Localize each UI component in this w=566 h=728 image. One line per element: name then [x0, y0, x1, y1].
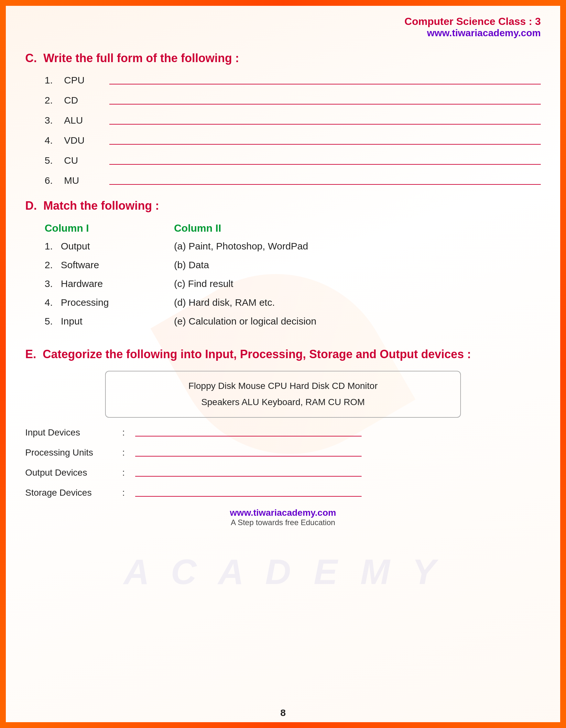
section-d: D. Match the following : Column I 1. Out…	[25, 199, 541, 335]
match-text: (d) Hard disk, RAM etc.	[174, 297, 275, 308]
device-answer-line	[135, 476, 361, 477]
device-answer-line	[135, 456, 361, 457]
list-item: 4. VDU	[45, 135, 541, 146]
item-abbr: CU	[64, 155, 103, 166]
match-num: 3.	[45, 278, 61, 289]
match-item: 2. Software	[45, 259, 174, 270]
device-label-output: Output Devices	[25, 468, 122, 478]
column-one: Column I 1. Output 2. Software 3. Hardwa…	[45, 222, 174, 335]
match-num: 2.	[45, 259, 61, 270]
item-num: 3.	[45, 115, 64, 126]
item-abbr: MU	[64, 175, 103, 186]
main-content: Computer Science Class : 3 www.tiwariaca…	[6, 6, 560, 722]
section-c-list: 1. CPU 2. CD 3. ALU 4. VDU 5. CU	[45, 75, 541, 186]
answer-line	[109, 144, 541, 145]
device-row-input: Input Devices :	[25, 427, 541, 438]
match-item: 3. Hardware	[45, 278, 174, 289]
match-text: Input	[61, 316, 83, 327]
answer-line	[109, 164, 541, 165]
match-text: Output	[61, 241, 90, 252]
match-num: 4.	[45, 297, 61, 308]
section-e-title: Categorize the following into Input, Pro…	[43, 347, 471, 361]
match-text: (e) Calculation or logical decision	[174, 316, 316, 327]
answer-line	[109, 104, 541, 105]
answer-line	[109, 184, 541, 185]
device-colon: :	[122, 488, 135, 498]
page-header: Computer Science Class : 3 www.tiwariaca…	[25, 16, 541, 39]
answer-line	[109, 84, 541, 84]
item-abbr: CPU	[64, 75, 103, 86]
device-label-processing: Processing Units	[25, 447, 122, 458]
border-bottom	[0, 722, 566, 728]
match-text: (a) Paint, Photoshop, WordPad	[174, 241, 308, 252]
match-item: 5. Input	[45, 316, 174, 327]
footer-url: www.tiwariacademy.com	[25, 508, 541, 518]
border-left	[0, 0, 6, 728]
device-label-storage: Storage Devices	[25, 488, 122, 498]
device-colon: :	[122, 447, 135, 458]
col2-header: Column II	[174, 222, 541, 234]
footer-tagline: A Step towards free Education	[25, 518, 541, 527]
item-num: 4.	[45, 135, 64, 146]
match-item: 4. Processing	[45, 297, 174, 308]
list-item: 6. MU	[45, 175, 541, 186]
item-num: 6.	[45, 175, 64, 186]
device-label-input: Input Devices	[25, 427, 122, 438]
border-top	[0, 0, 566, 6]
word-box: Floppy Disk Mouse CPU Hard Disk CD Monit…	[105, 371, 461, 418]
section-c-label: C.	[25, 51, 37, 65]
match-num: 1.	[45, 241, 61, 252]
device-answer-line	[135, 496, 361, 497]
section-d-label: D.	[25, 199, 37, 212]
border-right	[560, 0, 566, 728]
match-item: (d) Hard disk, RAM etc.	[174, 297, 541, 308]
list-item: 1. CPU	[45, 75, 541, 86]
match-text: (c) Find result	[174, 278, 233, 289]
match-item: (a) Paint, Photoshop, WordPad	[174, 241, 541, 252]
device-answer-line	[135, 436, 361, 436]
list-item: 3. ALU	[45, 115, 541, 126]
match-text: (b) Data	[174, 259, 209, 270]
device-colon: :	[122, 468, 135, 478]
answer-line	[109, 124, 541, 125]
match-text: Hardware	[61, 278, 103, 289]
match-text: Processing	[61, 297, 109, 308]
section-c-heading: C. Write the full form of the following …	[25, 51, 541, 65]
match-item: (b) Data	[174, 259, 541, 270]
item-num: 1.	[45, 75, 64, 86]
item-abbr: CD	[64, 95, 103, 106]
match-num: 5.	[45, 316, 61, 327]
page-title: Computer Science Class : 3	[25, 16, 541, 28]
column-two: Column II (a) Paint, Photoshop, WordPad …	[174, 222, 541, 335]
list-item: 2. CD	[45, 95, 541, 106]
match-item: 1. Output	[45, 241, 174, 252]
device-colon: :	[122, 427, 135, 438]
item-num: 5.	[45, 155, 64, 166]
section-e-heading: E. Categorize the following into Input, …	[25, 347, 541, 361]
word-box-line2: Speakers ALU Keyboard, RAM CU ROM	[119, 394, 447, 410]
item-abbr: ALU	[64, 115, 103, 126]
footer: www.tiwariacademy.com A Step towards fre…	[25, 508, 541, 527]
item-abbr: VDU	[64, 135, 103, 146]
col1-header: Column I	[45, 222, 174, 234]
section-e-label: E.	[25, 347, 36, 361]
section-d-title: Match the following :	[43, 199, 159, 212]
section-e: E. Categorize the following into Input, …	[25, 347, 541, 498]
section-c: C. Write the full form of the following …	[25, 51, 541, 186]
list-item: 5. CU	[45, 155, 541, 166]
section-c-title: Write the full form of the following :	[43, 51, 239, 65]
device-row-output: Output Devices :	[25, 468, 541, 478]
header-url: www.tiwariacademy.com	[25, 28, 541, 39]
section-d-heading: D. Match the following :	[25, 199, 541, 213]
match-item: (e) Calculation or logical decision	[174, 316, 541, 327]
match-columns: Column I 1. Output 2. Software 3. Hardwa…	[45, 222, 541, 335]
item-num: 2.	[45, 95, 64, 106]
device-row-processing: Processing Units :	[25, 447, 541, 458]
match-item: (c) Find result	[174, 278, 541, 289]
device-row-storage: Storage Devices :	[25, 488, 541, 498]
word-box-line1: Floppy Disk Mouse CPU Hard Disk CD Monit…	[119, 378, 447, 394]
match-text: Software	[61, 259, 99, 270]
